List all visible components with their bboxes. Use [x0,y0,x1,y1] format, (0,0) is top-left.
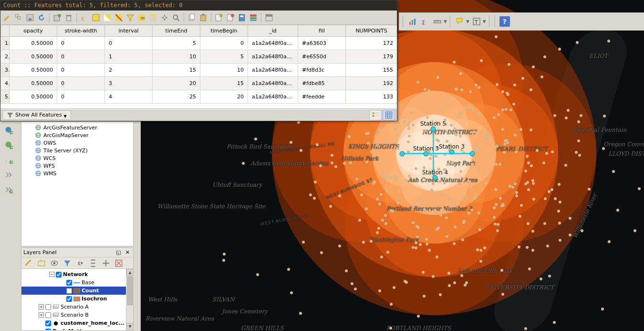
cell[interactable]: 0 [57,64,105,77]
station-marker[interactable] [449,149,455,155]
layer-node[interactable]: Base [21,278,133,287]
cell[interactable]: 3 [105,77,153,90]
cell[interactable]: 192 [346,77,397,90]
layer-node[interactable]: Dark Matter [21,327,133,330]
field-calculator-icon[interactable] [237,13,247,22]
delete-icon[interactable] [64,13,73,22]
scroll-down-arrow[interactable]: ▼ [126,323,133,330]
column-header[interactable]: interval [105,25,153,37]
add-group-icon[interactable] [36,258,47,268]
browser-panel[interactable]: ArcGisFeatureServer ArcGisMapServer OWS … [21,121,134,246]
cell[interactable]: 5 [200,50,248,64]
visibility-icon[interactable] [49,258,60,268]
column-header[interactable]: timeBegin [200,25,248,37]
row-number[interactable]: 3 [1,64,10,77]
cell[interactable]: 15 [153,64,200,77]
dropdown-arrow-icon[interactable]: ▼ [483,19,486,24]
deselect-icon[interactable] [114,13,124,22]
cell[interactable]: 155 [346,64,397,77]
browser-item[interactable]: OWS [21,139,133,147]
table-row[interactable]: 5 0.50000 0 4 25 20 a1a2a648f0a... #feed… [1,90,397,104]
expand-toggle[interactable]: + [39,312,44,318]
new-column-icon[interactable] [214,13,224,22]
filter-selection-icon[interactable] [125,13,135,22]
station-marker[interactable] [433,175,438,181]
column-header[interactable]: stroke-width [57,25,105,37]
browser-item[interactable]: Tile Server (XYZ) [21,147,133,154]
layer-node[interactable]: ● customer_home_loc... [21,319,133,327]
browser-item[interactable]: ArcGisFeatureServer [21,124,133,131]
cell[interactable]: 15 [200,77,248,90]
dock-icon[interactable] [264,13,274,22]
cell[interactable]: #a63603 [298,37,346,50]
expand-all-icon[interactable] [88,258,98,268]
dropdown-arrow-icon[interactable]: ▼ [444,19,447,24]
select-value-icon[interactable]: = [137,13,146,22]
paste-icon[interactable] [198,13,208,22]
scroll-up-arrow[interactable]: ▲ [126,269,133,276]
cell[interactable]: 5 [153,37,200,50]
cell[interactable]: #feedde [298,90,346,104]
table-row[interactable]: 3 0.50000 0 2 15 10 a1a2a648f0a... #fd8d… [1,64,397,77]
expression-filter-icon[interactable]: ε▾ [75,258,85,268]
cell[interactable]: a1a2a648f0a... [248,37,298,50]
layer-visibility-checkbox[interactable] [45,304,51,310]
chart-icon[interactable] [407,16,418,27]
select-all-icon[interactable] [91,13,101,22]
cell[interactable]: 2 [105,64,153,77]
scrollbar-vertical[interactable]: ▲ ▼ [126,269,133,330]
cell[interactable]: 1 [105,50,153,64]
layer-visibility-checkbox[interactable] [45,312,51,318]
column-header[interactable]: _id [248,25,298,37]
column-header[interactable]: fill [298,25,346,37]
table-row[interactable]: 4 0.50000 0 3 20 15 a1a2a648f0a... #fdbe… [1,77,397,90]
cell[interactable]: 0 [200,37,248,50]
form-view-icon[interactable] [369,110,382,120]
cell[interactable]: #fd8d3c [298,64,346,77]
station-marker[interactable] [400,151,405,157]
copy-icon[interactable] [187,13,197,22]
add-feature-icon[interactable] [52,13,62,22]
cell[interactable]: 0 [57,50,105,64]
cell[interactable]: 20 [200,90,248,104]
row-number[interactable]: 5 [1,90,10,104]
style-icon[interactable] [23,258,34,268]
layers-tree[interactable]: − Network Base Count Isochron + Scenario… [21,269,133,330]
cell[interactable]: 0 [105,37,153,50]
cell[interactable]: 10 [200,64,248,77]
measure-icon[interactable] [432,16,443,27]
cell[interactable]: 0.50000 [10,37,57,50]
select-expression-icon[interactable]: ε [80,13,89,22]
reload-icon[interactable] [37,13,46,22]
show-all-features-button[interactable]: Show All Features ▼ [2,110,71,120]
station-marker[interactable] [470,151,475,157]
station-marker[interactable] [424,151,429,157]
cell[interactable]: 0 [57,37,105,50]
cell[interactable]: 4 [105,90,153,104]
attribute-table[interactable]: opacitystroke-widthintervaltimeEndtimeBe… [0,25,397,109]
layer-node[interactable]: Isochron [21,295,133,303]
add-vector-layer-icon[interactable]: + [2,124,16,137]
row-number[interactable]: 1 [1,37,10,50]
expand-toggle[interactable]: − [49,272,54,277]
station-marker[interactable] [431,127,436,132]
undock-icon[interactable]: ◱ [114,249,122,256]
layer-visibility-checkbox[interactable] [66,288,72,294]
row-number[interactable]: 4 [1,77,10,90]
table-view-icon[interactable] [383,110,395,120]
cell[interactable]: 179 [346,50,397,64]
conditional-format-icon[interactable] [249,13,258,22]
move-to-top-icon[interactable] [148,13,158,22]
cell[interactable]: 133 [346,90,397,104]
cell[interactable]: a1a2a648f0a... [248,90,298,104]
expand-toggle[interactable]: + [39,304,44,310]
text-annotation-icon[interactable]: T [471,16,482,27]
collapse-all-icon[interactable] [101,258,111,268]
table-row[interactable]: 1 0.50000 0 0 5 0 a1a2a648f0a... #a63603… [1,37,397,50]
cell[interactable]: 0 [57,90,105,104]
edit-pencil-icon[interactable] [2,13,12,22]
layer-node[interactable]: + Scenario A [21,303,133,311]
add-mesh-layer-icon[interactable]: + [2,183,16,196]
filter-legend-icon[interactable] [62,258,73,268]
cell[interactable]: 172 [346,37,397,50]
